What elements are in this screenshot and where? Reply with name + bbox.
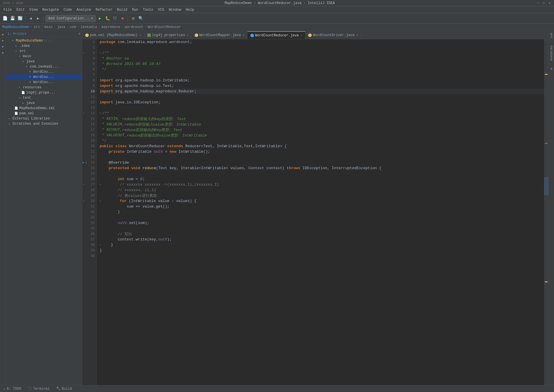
- back-button[interactable]: ◀: [27, 15, 34, 22]
- title-bar: 1920 × 1030 MapReduceDemo - WordCountRed…: [0, 0, 554, 6]
- menu-build[interactable]: Build: [115, 7, 130, 12]
- tree-item-resources[interactable]: ▾ resources: [6, 85, 82, 90]
- tab-pom-xml[interactable]: pom.xml (MapReduceDemo) ✕: [82, 31, 144, 39]
- bottom-tab-terminal[interactable]: ⬛ Terminal: [26, 386, 52, 391]
- tree-item-src[interactable]: ▾ src: [6, 48, 82, 54]
- tree-item-main[interactable]: ▾ main: [6, 54, 82, 59]
- project-panel-settings[interactable]: ⚙: [78, 32, 80, 36]
- breadcrumb-item-7[interactable]: wordcount: [124, 25, 143, 29]
- new-file-button[interactable]: 📄: [2, 15, 8, 22]
- driver-tab-close[interactable]: ✕: [356, 33, 358, 37]
- menu-run[interactable]: Run: [130, 7, 141, 12]
- pom-tab-close[interactable]: ✕: [140, 33, 141, 37]
- outer-left-panel: ★ ★ ★ ★ 1: Project ⚙ ▾ MapReduceDemo: [0, 31, 82, 385]
- bottom-tab-build[interactable]: 🔨 Build: [54, 386, 74, 391]
- project-panel-header: 1: Project ⚙: [6, 31, 82, 37]
- breadcrumb-item-2[interactable]: main: [44, 25, 53, 29]
- tree-item-test[interactable]: ▾ test: [6, 95, 82, 100]
- tree-item-package[interactable]: ▾ com.leokadi...: [6, 64, 82, 69]
- line-40: 40: [82, 253, 96, 259]
- favorites-icon-4[interactable]: ★: [1, 50, 4, 55]
- project-panel-title: 1: Project: [8, 32, 27, 36]
- favorites-icon-1[interactable]: ★: [1, 32, 4, 37]
- tree-item-scratches[interactable]: ▸ Scratches and Consoles: [6, 121, 82, 126]
- scrollbar-area[interactable]: [544, 39, 548, 385]
- menu-refactor[interactable]: Refactor: [93, 7, 115, 12]
- run-button[interactable]: ▶: [97, 15, 103, 22]
- reducer-tab-close[interactable]: ✕: [300, 34, 302, 37]
- run-config-dropdown[interactable]: ▾: [91, 16, 93, 20]
- ext-libs-icon: ▸: [7, 116, 12, 121]
- search-everywhere-button[interactable]: 🔍: [137, 15, 144, 22]
- forward-button[interactable]: ▶: [35, 15, 41, 22]
- scroll-marker-3: [545, 281, 548, 282]
- menu-help[interactable]: Help: [183, 7, 196, 12]
- code-content[interactable]: package com.leokadia.mapreduce.wordcount…: [97, 39, 544, 385]
- code-line-40: [100, 253, 544, 259]
- driver-tab-icon: [308, 33, 312, 37]
- folder-icon: ▾: [10, 38, 15, 43]
- menu-code[interactable]: Code: [61, 7, 74, 12]
- sync-button[interactable]: 🔄: [17, 15, 23, 22]
- minimize-button[interactable]: ─: [536, 1, 540, 5]
- menu-file[interactable]: File: [1, 7, 14, 12]
- menu-vcs[interactable]: VCS: [156, 7, 167, 12]
- line-36: 36: [82, 231, 96, 237]
- main-folder-icon: ▾: [17, 54, 22, 59]
- right-tab-database[interactable]: Database: [549, 43, 554, 63]
- breadcrumb-item-1[interactable]: src: [34, 25, 40, 29]
- run-config-selector[interactable]: Add Configuration... ▾: [46, 15, 96, 22]
- separator-3: [128, 16, 128, 21]
- close-button[interactable]: ✕: [548, 1, 552, 5]
- log4j-tab-close[interactable]: ✕: [187, 33, 189, 37]
- menu-view[interactable]: View: [27, 7, 40, 12]
- code-line-20: public class WordCountReducer extends Re…: [100, 143, 544, 149]
- breadcrumb-item-3[interactable]: java: [57, 25, 66, 29]
- tree-item-reducer[interactable]: ● WordCou...: [6, 74, 82, 80]
- line-5: 5: [82, 61, 96, 67]
- stop-button[interactable]: ■: [119, 15, 126, 22]
- tree-item-root[interactable]: ▾ MapReduceDemo D:\...: [6, 38, 82, 43]
- breadcrumb-item-0[interactable]: MapReduceDemo: [2, 25, 29, 29]
- favorites-icon-2[interactable]: ★: [1, 38, 4, 43]
- breadcrumb-item-5[interactable]: leokadia: [80, 25, 97, 29]
- tree-item-java-src[interactable]: ▾ java: [6, 59, 82, 64]
- mapper-tab-icon: [195, 33, 198, 37]
- save-button[interactable]: 💾: [9, 15, 16, 22]
- code-editor[interactable]: 1 2 3 ▾ 4 5 6 7 8 9 10 11 12 13 14 ▾ 15 …: [82, 39, 548, 385]
- right-tab-maven[interactable]: m: [549, 66, 554, 72]
- menu-edit[interactable]: Edit: [14, 7, 27, 12]
- menu-tools[interactable]: Tools: [141, 7, 156, 12]
- breadcrumb-item-6[interactable]: mapreduce: [101, 25, 120, 29]
- maximize-button[interactable]: □: [542, 1, 546, 5]
- scratches-icon: ▸: [7, 122, 12, 126]
- line-39: 39: [82, 248, 96, 253]
- tree-item-driver[interactable]: ● WordCou...: [6, 80, 82, 85]
- debug-button[interactable]: 🐛: [104, 15, 111, 22]
- code-line-38: ▾ }: [100, 242, 544, 248]
- tree-item-java-test[interactable]: ▸ java: [6, 100, 82, 106]
- breadcrumb-item-4[interactable]: com: [70, 25, 76, 29]
- bottom-tab-todo[interactable]: ⚠ 6: TODO: [2, 386, 23, 391]
- favorites-bar: ★ ★ ★ ★: [0, 31, 6, 385]
- tree-item-idea[interactable]: ▸ .idea: [6, 43, 82, 48]
- tab-log4j[interactable]: log4j.properties ✕: [144, 31, 192, 39]
- java-test-icon: ▸: [21, 101, 25, 105]
- tree-item-log4j[interactable]: 📄 log4j.prope...: [6, 90, 82, 95]
- menu-window[interactable]: Window: [166, 7, 183, 12]
- tree-item-iml[interactable]: 📄 MapReduceDemo.iml: [6, 106, 82, 111]
- mapper-tab-close[interactable]: ✕: [243, 33, 244, 37]
- tab-driver[interactable]: WordCountDriver.java ✕: [305, 31, 361, 39]
- run-with-coverage-button[interactable]: 🛡: [112, 15, 118, 22]
- favorites-icon-3[interactable]: ★: [1, 44, 4, 49]
- breadcrumb-item-8[interactable]: WordCountReducer: [148, 25, 181, 29]
- tab-mapper[interactable]: WordCountMapper.java ✕: [192, 31, 248, 39]
- menu-analyze[interactable]: Analyze: [74, 7, 93, 12]
- tree-item-ext-libs[interactable]: ▸ External Libraries: [6, 116, 82, 121]
- menu-navigate[interactable]: Navigate: [40, 7, 61, 12]
- tab-reducer[interactable]: WordCountReducer.java ✕: [248, 31, 305, 39]
- settings-button[interactable]: ⚙: [130, 15, 136, 22]
- tree-item-mapper[interactable]: ● WordCou...: [6, 69, 82, 74]
- tree-item-pom[interactable]: 📄 pom.xml: [6, 111, 82, 116]
- right-tab-ant[interactable]: Ant: [549, 31, 554, 41]
